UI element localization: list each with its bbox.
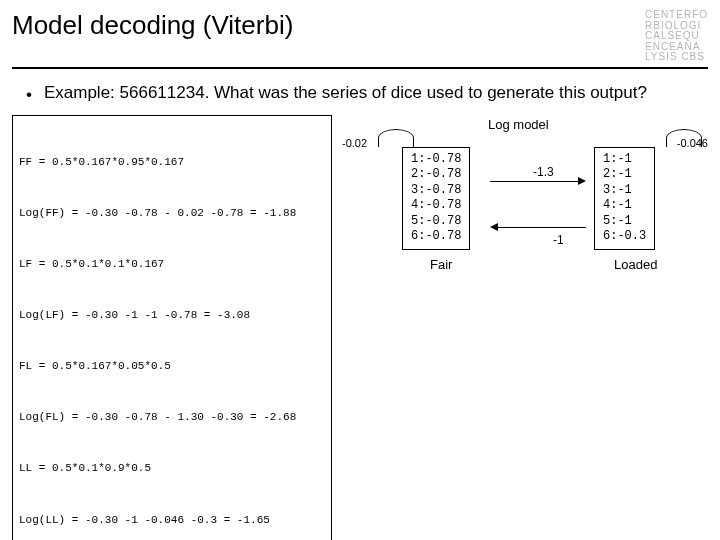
self-prob-loaded: -0.046: [677, 137, 708, 149]
calc-line: FF = 0.5*0.167*0.95*0.167: [19, 154, 325, 171]
calc-line: LL = 0.5*0.1*0.9*0.5: [19, 460, 325, 477]
fair-state-box: 1:-0.78 2:-0.78 3:-0.78 4:-0.78 5:-0.78 …: [402, 147, 470, 251]
trans-prob-lf: -1: [553, 233, 564, 247]
self-loop-fair: [378, 129, 414, 147]
brand-mark: CENTERFO RBIOLOGI CALSEQU ENCEANA LYSIS …: [645, 10, 708, 63]
loaded-state-box: 1:-1 2:-1 3:-1 4:-1 5:-1 6:-0.3: [594, 147, 655, 251]
calc-box: FF = 0.5*0.167*0.95*0.167 Log(FF) = -0.3…: [12, 115, 332, 541]
page-title: Model decoding (Viterbi): [12, 10, 293, 41]
example-text: Example: 566611234. What was the series …: [44, 83, 647, 105]
self-prob-fair: -0.02: [342, 137, 367, 149]
calc-line: FL = 0.5*0.167*0.05*0.5: [19, 358, 325, 375]
loaded-label: Loaded: [614, 257, 657, 272]
calc-line: Log(LL) = -0.30 -1 -0.046 -0.3 = -1.65: [19, 512, 325, 529]
calc-line: Log(FL) = -0.30 -0.78 - 1.30 -0.30 = -2.…: [19, 409, 325, 426]
bullet-icon: •: [26, 85, 32, 105]
log-model-label: Log model: [488, 117, 549, 132]
arrow-loaded-to-fair: [490, 221, 586, 233]
calc-line: LF = 0.5*0.1*0.1*0.167: [19, 256, 325, 273]
example-bullet: • Example: 566611234. What was the serie…: [26, 83, 694, 105]
hmm-diagram: Log model -0.02 -0.046 1:-0.78 2:-0.78 3…: [338, 115, 708, 285]
calc-line: Log(LF) = -0.30 -1 -1 -0.78 = -3.08: [19, 307, 325, 324]
calc-line: Log(FF) = -0.30 -0.78 - 0.02 -0.78 = -1.…: [19, 205, 325, 222]
fair-label: Fair: [430, 257, 452, 272]
trans-prob-fl: -1.3: [533, 165, 554, 179]
